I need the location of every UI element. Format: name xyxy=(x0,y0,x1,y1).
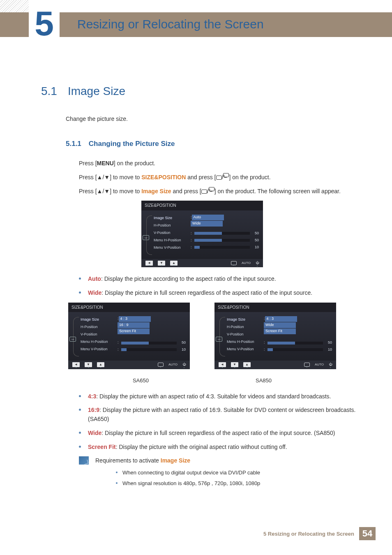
enter-button-icon: • xyxy=(304,363,310,367)
auto-button-label: AUTO xyxy=(168,362,178,367)
osd-title: SIZE&POSITION xyxy=(68,303,190,312)
content-area: 5.1 Image Size Change the picture size. … xyxy=(0,45,392,506)
osd-title: SIZE&POSITION xyxy=(214,303,336,312)
term-image-size: Image Size xyxy=(141,188,171,194)
osd-menu-item: V-Position xyxy=(154,229,188,237)
page: 5 Resizing or Relocating the Screen 5.1 … xyxy=(0,0,392,550)
osd-menu-item: Menu V-Position xyxy=(81,346,115,353)
osd-option: 4 : 3 xyxy=(119,316,151,322)
enter-button-icon: • xyxy=(158,363,164,367)
menu-key: MENU xyxy=(97,160,114,166)
updown-arrows-icon: ▲/▼ xyxy=(97,173,110,182)
power-button-icon: ⏻• xyxy=(182,362,186,367)
slider-value: 50 xyxy=(179,340,186,346)
source-icon xyxy=(201,190,207,194)
subsection-heading: 5.1.1 Changing the Picture Size xyxy=(66,139,363,149)
note-box: Requirements to activate Image Size When… xyxy=(79,456,363,490)
section-heading: 5.1 Image Size xyxy=(41,82,363,100)
enter-icon xyxy=(223,173,229,177)
osd-menu-item: V-Position xyxy=(227,331,261,338)
aspect-icon: ▭ xyxy=(69,337,76,342)
section-intro: Change the picture size. xyxy=(66,115,363,124)
slider-value: 50 xyxy=(325,340,332,346)
up-button-icon: ▲▾ xyxy=(243,362,251,367)
page-footer: 5 Resizing or Relocating the Screen 54 xyxy=(0,527,392,550)
osd-screenshot-a: SIZE&POSITION ▭ Image Size H-Position V-… xyxy=(41,201,363,267)
osd-option: 4 : 3 xyxy=(265,316,297,322)
aspect-icon: ▭ xyxy=(216,337,222,342)
power-button-icon: ⏻• xyxy=(329,362,332,367)
osd-option: Auto xyxy=(192,215,224,220)
list-item: When signal resolution is 480p, 576p , 7… xyxy=(116,479,260,488)
down-button-icon: ▼▾ xyxy=(158,261,165,266)
list-item: Wide: Display the picture in full screen… xyxy=(79,289,363,298)
up-button-icon: ▲▾ xyxy=(170,261,178,266)
left-button-icon: ◄▾ xyxy=(72,362,80,367)
list-item: 16:9: Display the picture with an aspect… xyxy=(79,406,363,423)
chapter-number-box: 5 xyxy=(29,2,60,44)
subsection-number: 5.1.1 xyxy=(66,139,81,149)
hatch-decoration xyxy=(0,0,29,12)
step-1: Press [MENU] on the product. xyxy=(79,159,363,168)
list-item: Wide: Display the picture in full screen… xyxy=(79,429,363,438)
auto-button-label: AUTO xyxy=(242,261,251,266)
osd-menu-item: H-Position xyxy=(154,222,188,229)
osd-option: Screen Fit xyxy=(118,328,150,334)
slider-value: 50 xyxy=(252,231,259,236)
updown-arrows-icon: ▲/▼ xyxy=(97,187,110,196)
note-lead: Requirements to activate Image Size xyxy=(95,456,260,465)
slider-value: 10 xyxy=(325,347,332,353)
osd-menu-item: Menu H-Position xyxy=(154,237,188,244)
down-button-icon: ▼▾ xyxy=(231,362,238,367)
osd-panel: SIZE&POSITION ▭ Image Size H-Position V-… xyxy=(214,303,336,369)
osd-footer: ◄▾ ▼▾ ▲▾ • AUTO ⏻• xyxy=(141,259,263,267)
page-number: 54 xyxy=(359,527,376,540)
section-title: Image Size xyxy=(68,82,125,100)
slider-value: 50 xyxy=(252,238,259,243)
down-button-icon: ▼▾ xyxy=(85,362,92,367)
osd-menu-item: H-Position xyxy=(81,324,115,331)
step-2: Press [▲/▼] to move to SIZE&POSITION and… xyxy=(79,173,363,182)
section-number: 5.1 xyxy=(41,82,57,100)
osd-menu-item: Menu H-Position xyxy=(227,338,261,346)
osd-option: 16 : 9 xyxy=(118,322,150,328)
power-button-icon: ⏻• xyxy=(256,261,259,266)
chapter-title: Resizing or Relocating the Screen xyxy=(77,17,264,31)
option-list-2: 4:3: Display the picture with an aspect … xyxy=(79,392,363,451)
osd-panel: SIZE&POSITION ▭ Image Size H-Position V-… xyxy=(141,201,263,267)
left-button-icon: ◄▾ xyxy=(219,362,226,367)
osd-panel: SIZE&POSITION ▭ Image Size H-Position V-… xyxy=(68,303,190,369)
note-icon xyxy=(79,456,89,465)
list-item: When connecting to digital output device… xyxy=(116,469,260,477)
caption-right: SA850 xyxy=(256,377,272,385)
step-3: Press [▲/▼] to move to Image Size and pr… xyxy=(79,187,363,196)
list-item: 4:3: Display the picture with an aspect … xyxy=(79,392,363,401)
osd-option: Wide xyxy=(264,322,296,328)
left-button-icon: ◄▾ xyxy=(145,261,153,266)
caption-left: SA650 xyxy=(133,377,149,385)
term-size-position: SIZE&POSITION xyxy=(141,174,186,180)
aspect-icon: ▭ xyxy=(143,235,149,240)
osd-title: SIZE&POSITION xyxy=(141,201,263,210)
source-icon xyxy=(216,176,222,180)
enter-icon xyxy=(209,187,214,191)
osd-footer: ◄▾ ▼▾ ▲▾ • AUTO ⏻• xyxy=(214,361,336,369)
osd-menu-item: Image Size xyxy=(154,215,188,222)
up-button-icon: ▲▾ xyxy=(97,362,104,367)
chapter-number: 5 xyxy=(35,4,54,44)
osd-option: Screen Fit xyxy=(264,328,296,334)
osd-option: Wide xyxy=(191,221,223,227)
osd-menu-item: Menu H-Position xyxy=(81,338,115,346)
osd-footer: ◄▾ ▼▾ ▲▾ • AUTO ⏻• xyxy=(68,361,190,369)
osd-menu-item: Image Size xyxy=(81,316,115,324)
osd-menu-item: Image Size xyxy=(227,316,261,324)
osd-menu-item: Menu V-Position xyxy=(154,244,188,252)
osd-menu-item: Menu V-Position xyxy=(227,346,261,353)
subsection-title: Changing the Picture Size xyxy=(89,139,175,149)
footer-text: 5 Resizing or Relocating the Screen xyxy=(263,531,354,537)
slider-value: 10 xyxy=(179,347,186,353)
instruction-steps: Press [MENU] on the product. Press [▲/▼]… xyxy=(79,159,363,196)
auto-button-label: AUTO xyxy=(315,362,324,367)
slider-value: 10 xyxy=(252,245,259,250)
list-item: Screen Fit: Display the picture with the… xyxy=(79,443,363,452)
